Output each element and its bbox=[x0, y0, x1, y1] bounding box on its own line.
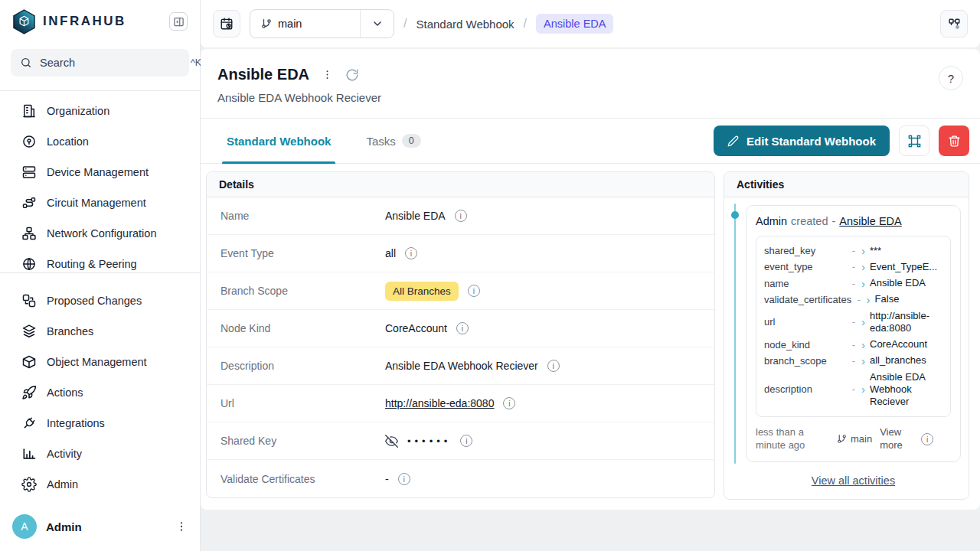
sidebar-item-admin[interactable]: Admin bbox=[0, 469, 200, 500]
sidebar-item-branches[interactable]: Branches bbox=[0, 316, 200, 347]
user-menu[interactable]: A Admin bbox=[0, 505, 200, 551]
infrahub-hexagon-logo-icon bbox=[12, 9, 36, 34]
tabs-bar: Standard Webhook Tasks 0 Edit Standard W… bbox=[201, 118, 980, 164]
sidebar-item-label: Organization bbox=[47, 105, 109, 117]
detail-row-validate-certificates: Validate Certificates -i bbox=[207, 460, 714, 497]
detail-value: - bbox=[385, 473, 389, 485]
property-old-value: - bbox=[856, 294, 861, 305]
page-kebab-menu-icon[interactable] bbox=[322, 69, 333, 80]
info-icon[interactable]: i bbox=[547, 360, 560, 372]
bar-chart-icon bbox=[21, 446, 37, 461]
tab-standard-webhook[interactable]: Standard Webhook bbox=[222, 119, 335, 163]
edit-webhook-button[interactable]: Edit Standard Webhook bbox=[714, 126, 890, 156]
git-branch-icon bbox=[261, 18, 272, 29]
property-row: validate_certificates-›False bbox=[764, 292, 942, 308]
tab-tasks[interactable]: Tasks 0 bbox=[361, 119, 425, 163]
gear-icon bbox=[21, 477, 37, 492]
sidebar-item-routing-peering[interactable]: Routing & Peering bbox=[0, 249, 200, 272]
sidebar-item-label: Object Management bbox=[47, 356, 147, 368]
eye-off-icon[interactable] bbox=[385, 435, 398, 448]
url-link[interactable]: http://ansible-eda:8080 bbox=[385, 397, 494, 409]
property-new-value: Event_TypeE... bbox=[870, 261, 942, 273]
plug-icon bbox=[21, 416, 37, 431]
info-icon[interactable]: i bbox=[398, 473, 410, 485]
property-row: shared_key-›*** bbox=[764, 243, 942, 259]
branch-selector[interactable]: main bbox=[250, 9, 394, 38]
info-icon[interactable]: i bbox=[460, 435, 472, 447]
refresh-icon[interactable] bbox=[345, 68, 359, 82]
sidebar-item-device-management[interactable]: Device Management bbox=[0, 157, 200, 187]
detail-value: Ansible EDA bbox=[385, 210, 446, 222]
sidebar-item-label: Routing & Peering bbox=[47, 258, 137, 270]
sidebar-item-actions[interactable]: Actions bbox=[0, 377, 200, 408]
property-key: event_type bbox=[764, 261, 846, 272]
property-row: node_kind-›CoreAccount bbox=[764, 337, 942, 353]
sidebar-item-label: Actions bbox=[47, 386, 83, 399]
search-input[interactable]: ^K bbox=[11, 49, 189, 77]
sidebar-item-label: Integrations bbox=[47, 417, 105, 429]
time-travel-button[interactable] bbox=[213, 10, 240, 37]
sidebar-item-activity[interactable]: Activity bbox=[0, 439, 200, 469]
sidebar-item-label: Location bbox=[47, 135, 89, 148]
activities-panel: Activities Admin created - Ansible EDA s… bbox=[724, 171, 969, 500]
user-kebab-menu-icon[interactable] bbox=[175, 520, 188, 533]
sidebar-nav-system: Proposed Changes Branches Object Managem… bbox=[0, 272, 200, 500]
breadcrumb-current-badge[interactable]: Ansible EDA bbox=[536, 14, 613, 34]
activity-footer: less than a minute ago main View more i bbox=[756, 426, 951, 452]
sidebar-item-location[interactable]: Location bbox=[0, 126, 200, 157]
info-icon[interactable]: i bbox=[503, 397, 515, 409]
layers-icon bbox=[21, 324, 37, 339]
sidebar-item-object-management[interactable]: Object Management bbox=[0, 347, 200, 377]
search-field[interactable] bbox=[40, 57, 183, 69]
building-icon bbox=[21, 103, 37, 119]
sidebar-item-circuit-management[interactable]: Circuit Management bbox=[0, 187, 200, 218]
trash-icon bbox=[948, 135, 961, 148]
info-icon[interactable]: i bbox=[468, 285, 480, 297]
property-old-value: - bbox=[851, 245, 857, 256]
brand-name: INFRAHUB bbox=[43, 14, 126, 29]
manage-groups-button[interactable] bbox=[899, 126, 929, 156]
change-arrow-icon: › bbox=[867, 294, 871, 305]
page-subtitle: Ansible EDA Webhook Reciever bbox=[217, 91, 381, 104]
view-all-activities-link[interactable]: View all activities bbox=[746, 474, 961, 487]
workflow-button[interactable] bbox=[940, 10, 968, 37]
group-select-icon bbox=[907, 134, 922, 148]
breadcrumb-parent[interactable]: Standard Webhook bbox=[416, 18, 514, 31]
detail-row-url: Url http://ansible-eda:8080i bbox=[207, 385, 714, 422]
topbar: main / Standard Webhook / Ansible EDA bbox=[201, 0, 980, 47]
property-key: branch_scope bbox=[764, 355, 846, 367]
infrahub-logo[interactable]: INFRAHUB bbox=[12, 9, 126, 34]
branch-name: main bbox=[278, 18, 302, 30]
delete-button[interactable] bbox=[939, 126, 969, 156]
detail-label: Description bbox=[220, 360, 385, 372]
diff-icon bbox=[21, 293, 37, 308]
pencil-icon bbox=[727, 135, 739, 147]
detail-row-shared-key: Shared Key •••••• i bbox=[207, 422, 714, 460]
sidebar-item-network-configuration[interactable]: Network Configuration bbox=[0, 218, 200, 249]
property-new-value: False bbox=[875, 293, 942, 305]
sidebar-item-proposed-changes[interactable]: Proposed Changes bbox=[0, 285, 200, 316]
route-icon bbox=[21, 195, 37, 210]
sidebar-collapse-button[interactable] bbox=[169, 12, 188, 31]
help-button[interactable]: ? bbox=[939, 66, 963, 90]
property-old-value: - bbox=[851, 261, 857, 272]
detail-label: Branch Scope bbox=[220, 285, 385, 297]
info-icon[interactable]: i bbox=[455, 210, 467, 222]
map-pin-icon bbox=[21, 134, 37, 149]
sidebar-item-integrations[interactable]: Integrations bbox=[0, 408, 200, 439]
detail-label: Validate Certificates bbox=[220, 473, 385, 485]
chevron-down-icon[interactable] bbox=[360, 10, 394, 37]
sidebar: INFRAHUB ^K Organization Location Device… bbox=[0, 0, 201, 551]
info-icon[interactable]: i bbox=[405, 247, 417, 259]
avatar: A bbox=[12, 514, 37, 539]
info-icon[interactable]: i bbox=[921, 433, 933, 445]
property-key: shared_key bbox=[764, 245, 846, 256]
sidebar-item-organization[interactable]: Organization bbox=[0, 96, 200, 126]
network-icon bbox=[21, 226, 37, 241]
git-branch-icon bbox=[837, 434, 847, 444]
calendar-clock-icon bbox=[220, 17, 234, 31]
activity-object-link[interactable]: Ansible EDA bbox=[839, 215, 901, 227]
change-arrow-icon: › bbox=[861, 278, 865, 289]
view-more-link[interactable]: View more bbox=[880, 426, 913, 452]
info-icon[interactable]: i bbox=[456, 322, 469, 334]
